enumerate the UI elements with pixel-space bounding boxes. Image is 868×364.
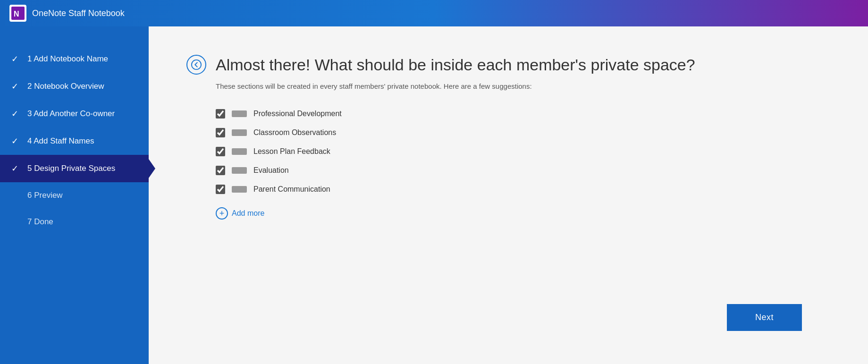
content-area: Almost there! What should be inside each… — [149, 26, 868, 364]
sidebar: ✓1 Add Notebook Name✓2 Notebook Overview… — [0, 26, 149, 364]
sidebar-item-step4[interactable]: ✓4 Add Staff Names — [0, 127, 149, 155]
section-tab-icon-sec2 — [232, 129, 247, 136]
sidebar-label-step7: 7 Done — [27, 217, 53, 227]
sidebar-check-step1: ✓ — [11, 54, 21, 64]
sidebar-check-step2: ✓ — [11, 81, 21, 92]
svg-text:N: N — [14, 10, 19, 18]
main-layout: ✓1 Add Notebook Name✓2 Notebook Overview… — [0, 26, 868, 364]
section-name-sec5: Parent Communication — [253, 185, 330, 194]
section-tab-icon-sec1 — [232, 110, 247, 117]
sidebar-item-step7[interactable]: 7 Done — [0, 209, 149, 235]
app-header: N OneNote Staff Notebook — [0, 0, 868, 26]
section-tab-icon-sec5 — [232, 186, 247, 193]
sidebar-check-step4: ✓ — [11, 136, 21, 146]
content-header: Almost there! What should be inside each… — [186, 55, 830, 75]
section-name-sec3: Lesson Plan Feedback — [253, 147, 330, 156]
section-name-sec2: Classroom Observations — [253, 128, 336, 137]
sidebar-label-step2: 2 Notebook Overview — [27, 82, 104, 91]
sidebar-item-step2[interactable]: ✓2 Notebook Overview — [0, 73, 149, 100]
add-more-label: Add more — [232, 209, 264, 218]
sidebar-item-step1[interactable]: ✓1 Add Notebook Name — [0, 45, 149, 73]
section-item-sec4: Evaluation — [216, 166, 830, 175]
section-tab-icon-sec4 — [232, 167, 247, 174]
section-checkbox-sec1[interactable] — [216, 109, 225, 119]
app-title: OneNote Staff Notebook — [32, 8, 125, 18]
add-more-button[interactable]: + Add more — [216, 207, 830, 220]
next-button[interactable]: Next — [727, 304, 802, 331]
svg-point-2 — [192, 60, 201, 69]
back-button[interactable] — [186, 55, 206, 75]
add-more-icon: + — [216, 207, 228, 220]
sidebar-item-step6[interactable]: 6 Preview — [0, 182, 149, 209]
section-name-sec1: Professional Development — [253, 110, 342, 118]
section-checkbox-sec3[interactable] — [216, 147, 225, 156]
section-checkbox-sec4[interactable] — [216, 166, 225, 175]
app-logo: N — [9, 5, 26, 22]
sidebar-item-step3[interactable]: ✓3 Add Another Co-owner — [0, 100, 149, 127]
page-title: Almost there! What should be inside each… — [216, 56, 695, 74]
section-item-sec5: Parent Communication — [216, 185, 830, 194]
sidebar-item-step5[interactable]: ✓5 Design Private Spaces — [0, 155, 149, 182]
sidebar-label-step6: 6 Preview — [27, 191, 63, 200]
footer: Next — [186, 295, 830, 345]
sections-list: Professional DevelopmentClassroom Observ… — [216, 109, 830, 194]
section-item-sec1: Professional Development — [216, 109, 830, 119]
sidebar-check-step5: ✓ — [11, 163, 21, 174]
section-checkbox-sec5[interactable] — [216, 185, 225, 194]
sidebar-check-step3: ✓ — [11, 109, 21, 119]
section-tab-icon-sec3 — [232, 148, 247, 155]
back-arrow-icon — [191, 59, 202, 70]
sidebar-label-step1: 1 Add Notebook Name — [27, 54, 108, 64]
page-subtitle: These sections will be created in every … — [216, 82, 830, 90]
onenote-icon: N — [11, 7, 25, 20]
sidebar-label-step4: 4 Add Staff Names — [27, 136, 94, 146]
section-item-sec3: Lesson Plan Feedback — [216, 147, 830, 156]
section-name-sec4: Evaluation — [253, 166, 289, 175]
sidebar-label-step5: 5 Design Private Spaces — [27, 164, 115, 173]
section-checkbox-sec2[interactable] — [216, 128, 225, 137]
section-item-sec2: Classroom Observations — [216, 128, 830, 137]
sidebar-label-step3: 3 Add Another Co-owner — [27, 109, 115, 119]
